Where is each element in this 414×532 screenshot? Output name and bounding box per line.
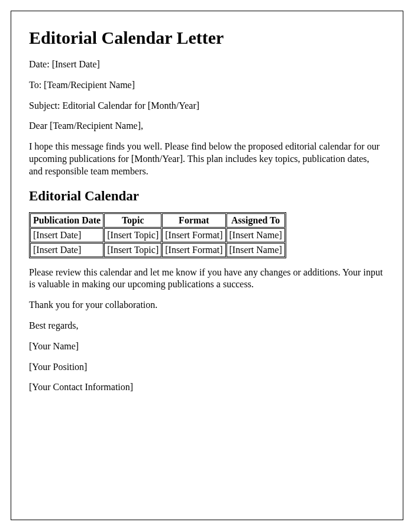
table-row: [Insert Date] [Insert Topic] [Insert For… — [30, 228, 285, 242]
page-title: Editorial Calendar Letter — [29, 28, 385, 48]
table-header: Format — [162, 213, 225, 228]
table-cell: [Insert Date] — [30, 228, 104, 242]
document-page: Editorial Calendar Letter Date: [Insert … — [11, 11, 403, 520]
salutation: Dear [Team/Recipient Name], — [29, 120, 385, 132]
intro-paragraph: I hope this message finds you well. Plea… — [29, 141, 385, 177]
table-cell: [Insert Date] — [30, 243, 104, 257]
table-cell: [Insert Topic] — [104, 228, 161, 242]
sender-contact: [Your Contact Information] — [29, 381, 385, 394]
thanks-line: Thank you for your collaboration. — [29, 299, 385, 312]
to-line: To: [Team/Recipient Name] — [29, 79, 385, 92]
table-header-row: Publication Date Topic Format Assigned T… — [30, 213, 285, 228]
table-row: [Insert Date] [Insert Topic] [Insert For… — [30, 243, 285, 257]
subject-line: Subject: Editorial Calendar for [Month/Y… — [29, 100, 385, 112]
date-line: Date: [Insert Date] — [29, 59, 385, 71]
table-header: Publication Date — [30, 213, 104, 228]
sender-name: [Your Name] — [29, 340, 385, 353]
table-header: Topic — [104, 213, 161, 228]
table-cell: [Insert Name] — [227, 228, 285, 242]
table-header: Assigned To — [227, 213, 285, 228]
table-cell: [Insert Format] — [162, 243, 225, 257]
review-paragraph: Please review this calendar and let me k… — [29, 267, 385, 291]
calendar-heading: Editorial Calendar — [29, 189, 385, 204]
closing-line: Best regards, — [29, 320, 385, 332]
table-cell: [Insert Topic] — [104, 243, 161, 257]
sender-position: [Your Position] — [29, 361, 385, 374]
table-cell: [Insert Name] — [227, 243, 285, 257]
table-cell: [Insert Format] — [162, 228, 225, 242]
editorial-calendar-table: Publication Date Topic Format Assigned T… — [29, 212, 286, 258]
